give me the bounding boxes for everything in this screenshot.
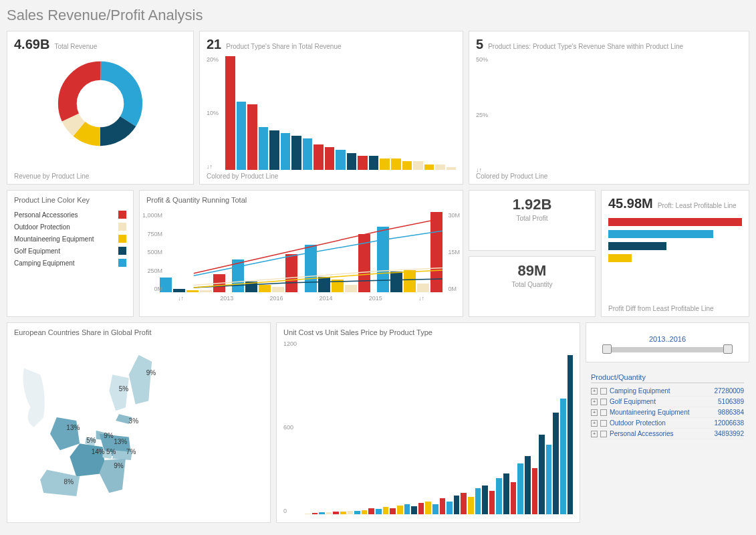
bar[interactable] — [424, 165, 434, 171]
bar[interactable] — [435, 165, 445, 171]
expand-icon[interactable]: + — [591, 431, 598, 437]
expand-icon[interactable]: + — [591, 409, 598, 416]
bar[interactable] — [383, 507, 389, 514]
bar[interactable] — [411, 506, 417, 514]
bar[interactable] — [404, 270, 416, 292]
sort-icon[interactable]: ↓↑ — [207, 163, 213, 170]
sort-icon[interactable]: ↓↑ — [418, 295, 424, 302]
bar[interactable] — [447, 167, 457, 170]
bar[interactable] — [345, 285, 357, 292]
bar[interactable] — [305, 514, 311, 514]
bar[interactable] — [259, 127, 269, 170]
bar[interactable] — [397, 506, 403, 514]
bar[interactable] — [186, 290, 199, 292]
bar[interactable] — [325, 147, 335, 170]
bar[interactable] — [358, 156, 368, 170]
legend-item[interactable]: Outdoor Protection — [14, 223, 126, 231]
bar[interactable] — [377, 227, 389, 292]
checkbox[interactable] — [600, 399, 607, 405]
bar[interactable] — [425, 502, 431, 515]
running-chart[interactable]: 1,000M750M500M250M0M 30M15M0M — [146, 212, 456, 292]
bar[interactable] — [390, 508, 396, 514]
share21-bars[interactable]: 20%10%↓↑ — [207, 56, 456, 170]
bar[interactable] — [303, 138, 313, 170]
europe-map[interactable]: 9%5%3%13%9%5%13%14%5%7%9%8% — [14, 340, 263, 501]
bar[interactable] — [482, 486, 488, 514]
bar[interactable] — [305, 245, 317, 292]
bar[interactable] — [213, 274, 225, 292]
bar[interactable] — [376, 509, 382, 514]
bar[interactable] — [336, 150, 346, 170]
bar[interactable] — [440, 498, 446, 514]
tree-row[interactable]: +Outdoor Protection12006638 — [591, 418, 744, 429]
bar[interactable] — [318, 277, 330, 292]
bar[interactable] — [402, 161, 412, 170]
expand-icon[interactable]: + — [591, 420, 598, 427]
bar[interactable] — [368, 508, 374, 514]
bar[interactable] — [404, 504, 410, 514]
bar[interactable] — [539, 435, 545, 514]
bar[interactable] — [272, 287, 284, 292]
slider-thumb-left[interactable] — [602, 344, 612, 354]
tree-row[interactable]: +Camping Equipment27280009 — [591, 386, 744, 397]
bar[interactable] — [347, 153, 357, 171]
bar[interactable] — [269, 130, 279, 171]
legend-item[interactable]: Golf Equipment — [14, 247, 126, 255]
hbar[interactable] — [608, 254, 632, 262]
bar[interactable] — [417, 284, 429, 292]
bar[interactable] — [362, 510, 368, 515]
bar[interactable] — [348, 511, 354, 514]
checkbox[interactable] — [600, 388, 607, 395]
slider-thumb-right[interactable] — [723, 344, 733, 354]
bar[interactable] — [281, 133, 291, 170]
bar[interactable] — [503, 473, 509, 514]
bar[interactable] — [430, 212, 443, 292]
bar[interactable] — [380, 158, 390, 170]
bar[interactable] — [259, 285, 271, 292]
tree-row[interactable]: +Personal Accessories34893992 — [591, 429, 744, 439]
bar[interactable] — [200, 290, 212, 292]
bar[interactable] — [354, 511, 360, 514]
checkbox[interactable] — [600, 409, 607, 416]
bar[interactable] — [225, 56, 235, 170]
bar[interactable] — [532, 468, 538, 514]
bar[interactable] — [511, 482, 517, 514]
bar[interactable] — [432, 504, 438, 514]
bar[interactable] — [390, 272, 402, 292]
hbar[interactable] — [608, 242, 666, 250]
legend-item[interactable]: Personal Accessories — [14, 211, 126, 219]
bar[interactable] — [413, 161, 423, 170]
bar[interactable] — [525, 456, 531, 514]
bar[interactable] — [489, 491, 495, 514]
bar[interactable] — [313, 144, 324, 170]
bar[interactable] — [358, 234, 370, 292]
expand-icon[interactable]: + — [591, 399, 598, 405]
share5-bars[interactable]: 50%25%↓↑ — [476, 56, 742, 173]
bar[interactable] — [560, 399, 566, 514]
bar[interactable] — [468, 497, 474, 514]
bar[interactable] — [475, 488, 481, 514]
bar[interactable] — [332, 280, 344, 292]
bar[interactable] — [237, 102, 247, 170]
bar[interactable] — [391, 158, 401, 170]
tree-row[interactable]: +Golf Equipment5106389 — [591, 397, 744, 407]
sort-icon[interactable]: ↓↑ — [178, 295, 184, 302]
checkbox[interactable] — [600, 420, 607, 427]
bar[interactable] — [496, 478, 502, 514]
bar[interactable] — [312, 513, 318, 514]
bar[interactable] — [247, 104, 257, 170]
leastprof-bars[interactable] — [608, 218, 742, 262]
tree-row[interactable]: +Mountaineering Equipment9886384 — [591, 407, 744, 418]
bar[interactable] — [553, 413, 559, 514]
bar[interactable] — [291, 136, 301, 170]
bar[interactable] — [326, 512, 332, 514]
legend-item[interactable]: Camping Equipment — [14, 259, 126, 267]
bar[interactable] — [232, 259, 244, 292]
bar[interactable] — [285, 254, 297, 292]
bar[interactable] — [319, 512, 325, 514]
checkbox[interactable] — [600, 431, 607, 437]
expand-icon[interactable]: + — [591, 388, 598, 395]
bar[interactable] — [418, 503, 424, 514]
bar[interactable] — [454, 496, 460, 514]
bar[interactable] — [461, 493, 467, 515]
